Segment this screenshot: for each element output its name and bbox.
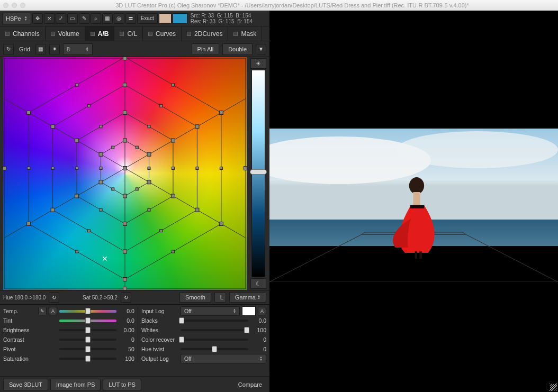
l-button[interactable]: L [214, 292, 226, 303]
grid-mode-b-icon[interactable]: ✷ [49, 44, 60, 54]
minimize-window-icon[interactable] [12, 3, 17, 8]
svg-rect-41 [123, 167, 127, 170]
input-log-auto-button[interactable]: A [258, 307, 266, 315]
svg-rect-33 [160, 104, 163, 107]
temp-auto-button[interactable]: A [49, 307, 57, 315]
tab-indicator-icon [5, 32, 10, 36]
tab-curves[interactable]: Curves [143, 26, 182, 41]
zoom-window-icon[interactable] [20, 3, 25, 8]
scope-tool-icon[interactable]: 〓 [125, 13, 136, 24]
image-from-ps-button[interactable]: Image from PS [50, 379, 101, 390]
input-log-select[interactable]: Off▲▼ [181, 306, 240, 316]
grid-tool-icon[interactable]: ▦ [102, 13, 113, 24]
hue-readout: Hue 180.0->180.0 [3, 295, 46, 300]
svg-rect-60 [219, 222, 223, 226]
eyedropper-tool-icon[interactable]: ✎ [79, 13, 89, 24]
compare-button[interactable]: Compare [234, 381, 266, 388]
tab-indicator-icon [91, 32, 95, 36]
svg-rect-17 [136, 188, 138, 190]
pin-all-button[interactable]: Pin All [192, 43, 220, 55]
svg-rect-42 [147, 180, 151, 184]
tab-mask[interactable]: Mask [228, 26, 262, 41]
hue-twist-slider[interactable] [181, 348, 248, 350]
svg-rect-26 [100, 125, 102, 128]
stepper-icon: ▲▼ [24, 16, 28, 21]
marquee-tool-icon[interactable]: ▭ [67, 13, 78, 24]
editor-tabs: Channels Volume A/B C/L Curves 2DCurves … [0, 26, 269, 41]
reset-hue-button[interactable]: ↻ [49, 292, 59, 303]
exact-button[interactable]: Exact [137, 13, 158, 24]
ab-color-wheel[interactable]: ✕ [3, 57, 247, 290]
luminance-slider-panel: ☀ ☾ [249, 57, 268, 290]
tint-slider[interactable] [59, 320, 116, 322]
close-window-icon[interactable] [3, 3, 8, 8]
left-panel: HSPe ▲▼ ✥ ⤧ ⤦ ▭ ✎ ⌕ ▦ ◎ 〓 Exact Src: R: … [0, 11, 269, 392]
expand-tool-icon[interactable]: ⤧ [44, 13, 55, 24]
output-log-select[interactable]: Off▲▼ [181, 354, 266, 363]
tab-indicator-icon [233, 32, 238, 36]
svg-rect-53 [171, 139, 175, 142]
reset-sat-button[interactable]: ↻ [121, 292, 131, 303]
collapse-tool-icon[interactable]: ⤦ [56, 13, 66, 24]
pivot-slider[interactable] [59, 348, 116, 350]
highlights-icon[interactable]: ☀ [250, 58, 266, 69]
preview-image [269, 129, 558, 282]
tab-indicator-icon [51, 32, 55, 36]
svg-rect-68 [3, 167, 6, 170]
tab-channels[interactable]: Channels [0, 26, 46, 41]
grid-label: Grid [19, 46, 30, 52]
reset-grid-button[interactable]: ↻ [3, 44, 14, 54]
temp-slider[interactable] [59, 310, 116, 313]
blacks-slider[interactable] [181, 320, 248, 322]
grid-size-stepper[interactable]: 8 ▲▼ [63, 43, 93, 55]
result-color-swatch[interactable] [173, 13, 187, 24]
input-white-swatch[interactable] [242, 306, 256, 316]
svg-rect-78 [413, 192, 420, 207]
move-tool-icon[interactable]: ✥ [32, 13, 43, 24]
temp-row: Temp. ✎ A 0.0 [3, 307, 134, 315]
color-recover-slider[interactable] [181, 339, 248, 341]
svg-rect-34 [196, 167, 199, 170]
svg-rect-28 [172, 167, 174, 170]
lut-to-ps-button[interactable]: LUT to PS [103, 379, 141, 390]
color-model-select[interactable]: HSPe ▲▼ [2, 13, 31, 24]
whites-slider[interactable] [181, 329, 248, 331]
svg-rect-47 [147, 152, 151, 156]
svg-rect-49 [123, 222, 127, 226]
double-button[interactable]: Double [222, 43, 253, 55]
brightness-slider[interactable] [59, 329, 116, 331]
tab-ab[interactable]: A/B [85, 26, 115, 41]
saturation-slider[interactable] [59, 358, 116, 360]
dropdown-button[interactable]: ▼ [256, 44, 266, 54]
traffic-lights [3, 3, 25, 8]
tab-2dcurves[interactable]: 2DCurves [182, 26, 228, 41]
svg-rect-66 [123, 57, 127, 60]
smooth-button[interactable]: Smooth [179, 292, 211, 303]
svg-rect-65 [219, 111, 223, 115]
preview-panel [269, 11, 558, 392]
contrast-slider[interactable] [59, 339, 116, 341]
temp-eyedropper-icon[interactable]: ✎ [38, 307, 47, 315]
luminance-slider[interactable] [251, 70, 265, 277]
target-tool-icon[interactable]: ◎ [114, 13, 124, 24]
sat-readout: Sat 50.2->50.2 [83, 295, 118, 300]
svg-rect-27 [148, 125, 150, 128]
save-3dlut-button[interactable]: Save 3DLUT [3, 379, 48, 390]
luminance-thumb[interactable] [250, 169, 267, 175]
gamma-select[interactable]: Gamma ▲▼ [229, 292, 266, 303]
tab-cl[interactable]: C/L [114, 26, 143, 41]
grid-mode-a-icon[interactable]: ▦ [35, 44, 46, 54]
svg-rect-36 [76, 250, 78, 253]
source-color-swatch[interactable] [159, 13, 172, 24]
bottom-bar: Save 3DLUT Image from PS LUT to PS Compa… [0, 376, 269, 392]
zoom-tool-icon[interactable]: ⌕ [91, 13, 101, 24]
svg-line-16 [221, 99, 245, 113]
svg-rect-56 [51, 208, 55, 212]
svg-rect-58 [123, 83, 127, 87]
tab-indicator-icon [148, 32, 152, 36]
svg-rect-21 [136, 146, 138, 149]
shadows-icon[interactable]: ☾ [250, 278, 266, 289]
tab-volume[interactable]: Volume [46, 26, 85, 41]
window-titlebar: 3D LUT Creator Pro (c) Oleg Sharonov *DE… [0, 0, 558, 11]
resize-handle-icon[interactable] [550, 384, 557, 391]
